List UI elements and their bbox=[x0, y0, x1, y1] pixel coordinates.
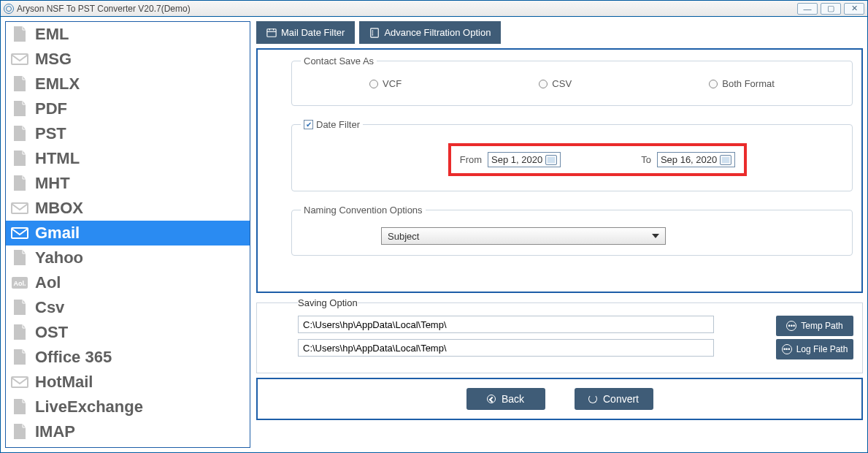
sidebar-item-html[interactable]: HTML bbox=[6, 146, 250, 171]
to-date-input[interactable]: Sep 16, 2020 bbox=[657, 152, 735, 167]
sidebar-item-yahoo[interactable]: Yahoo bbox=[6, 245, 250, 270]
tab-mail-date-filter[interactable]: Mail Date Filter bbox=[256, 21, 355, 44]
exchange-icon bbox=[10, 398, 29, 416]
yahoo-icon bbox=[10, 249, 29, 267]
imap-icon bbox=[10, 423, 29, 441]
radio-icon bbox=[709, 80, 718, 88]
radio-vcf[interactable]: VCF bbox=[369, 78, 402, 89]
tab-strip: Mail Date Filter Advance Filtration Opti… bbox=[256, 21, 863, 44]
sidebar-item-pst[interactable]: PST bbox=[6, 121, 250, 146]
envelope-icon bbox=[10, 50, 29, 68]
svg-rect-1 bbox=[12, 203, 28, 213]
from-date-input[interactable]: Sep 1, 2020 bbox=[488, 152, 561, 167]
to-label: To bbox=[641, 154, 651, 165]
saving-option-legend: Saving Option bbox=[298, 297, 358, 308]
aol-icon: Aol. bbox=[10, 274, 29, 292]
sidebar-item-liveexchange[interactable]: LiveExchange bbox=[6, 395, 250, 419]
sidebar-item-label: MBOX bbox=[35, 199, 83, 218]
convert-icon bbox=[588, 395, 597, 403]
gmail-icon bbox=[10, 224, 29, 242]
log-file-path-button-label: Log File Path bbox=[796, 344, 848, 354]
ellipsis-icon: ••• bbox=[782, 344, 792, 354]
svg-rect-10 bbox=[371, 28, 379, 37]
svg-rect-0 bbox=[12, 54, 28, 64]
file-html-icon bbox=[10, 150, 29, 167]
sidebar-item-msg[interactable]: MSG bbox=[6, 47, 250, 72]
radio-csv[interactable]: CSV bbox=[539, 78, 572, 89]
bottom-button-bar: Back Convert bbox=[256, 378, 863, 420]
app-icon bbox=[4, 4, 14, 14]
titlebar: Aryson NSF To PST Converter V20.7(Demo) … bbox=[1, 1, 867, 17]
radio-label: Both Format bbox=[722, 78, 775, 89]
file-emlx-icon bbox=[10, 75, 29, 93]
format-sidebar: EMLMSGEMLXPDFPSTHTMLMHTMBOXGmailYahooAol… bbox=[5, 21, 250, 448]
sidebar-item-label: HotMail bbox=[35, 373, 93, 392]
log-file-path-button[interactable]: ••• Log File Path bbox=[776, 339, 853, 359]
file-eml-icon bbox=[10, 26, 29, 43]
sidebar-item-emlx[interactable]: EMLX bbox=[6, 72, 250, 96]
radio-icon bbox=[539, 80, 548, 88]
back-button[interactable]: Back bbox=[466, 388, 545, 410]
calendar-picker-icon[interactable] bbox=[545, 155, 557, 165]
radio-icon bbox=[369, 80, 378, 88]
naming-selected-value: Subject bbox=[388, 231, 419, 242]
sidebar-item-mht[interactable]: MHT bbox=[6, 171, 250, 196]
calendar-picker-icon[interactable] bbox=[720, 155, 731, 165]
sidebar-item-label: IMAP bbox=[35, 422, 75, 441]
svg-text:Aol.: Aol. bbox=[14, 280, 26, 287]
date-filter-legend: ✔ Date Filter bbox=[301, 119, 363, 130]
sidebar-item-label: HTML bbox=[35, 149, 80, 168]
filter-panel: Contact Save As VCF CSV Both Format bbox=[256, 48, 863, 293]
date-range-highlight: From Sep 1, 2020 To Sep 16, 2020 bbox=[448, 143, 748, 176]
sidebar-item-pdf[interactable]: PDF bbox=[6, 96, 250, 121]
sidebar-item-label: Gmail bbox=[35, 224, 80, 243]
main-area: EMLMSGEMLXPDFPSTHTMLMHTMBOXGmailYahooAol… bbox=[1, 17, 867, 452]
hotmail-icon bbox=[10, 373, 29, 391]
sidebar-item-label: EMLX bbox=[35, 75, 80, 94]
tab-advance-filtration[interactable]: Advance Filtration Option bbox=[359, 21, 501, 44]
tab-label: Mail Date Filter bbox=[281, 27, 345, 38]
convert-button[interactable]: Convert bbox=[575, 388, 653, 410]
sidebar-item-mbox[interactable]: MBOX bbox=[6, 196, 250, 221]
sidebar-item-label: EML bbox=[35, 25, 69, 44]
sidebar-item-aol[interactable]: Aol.Aol bbox=[6, 270, 250, 295]
svg-rect-5 bbox=[12, 377, 28, 387]
log-file-path-input[interactable] bbox=[298, 339, 714, 357]
temp-path-button[interactable]: ••• Temp Path bbox=[776, 316, 853, 336]
convert-button-label: Convert bbox=[603, 393, 639, 405]
sidebar-item-csv[interactable]: Csv bbox=[6, 295, 250, 320]
svg-rect-2 bbox=[12, 228, 28, 238]
sidebar-item-label: Yahoo bbox=[35, 248, 83, 267]
sidebar-item-label: LiveExchange bbox=[35, 397, 143, 416]
temp-path-button-label: Temp Path bbox=[801, 321, 842, 331]
date-filter-group: ✔ Date Filter From Sep 1, 2020 bbox=[291, 119, 853, 191]
svg-point-13 bbox=[372, 34, 374, 35]
file-ost-icon bbox=[10, 324, 29, 341]
radio-both-format[interactable]: Both Format bbox=[709, 78, 775, 89]
date-filter-checkbox[interactable]: ✔ bbox=[304, 120, 313, 129]
sidebar-item-label: Csv bbox=[35, 298, 64, 317]
minimize-button[interactable]: — bbox=[797, 3, 818, 15]
mailbox-icon bbox=[10, 199, 29, 217]
contact-save-as-legend: Contact Save As bbox=[301, 56, 377, 66]
naming-convention-select[interactable]: Subject bbox=[381, 227, 666, 245]
sidebar-item-hotmail[interactable]: HotMail bbox=[6, 370, 250, 395]
file-pdf-icon bbox=[10, 100, 29, 118]
radio-label: VCF bbox=[383, 78, 402, 89]
sidebar-item-ost[interactable]: OST bbox=[6, 320, 250, 345]
chevron-down-icon bbox=[652, 234, 659, 238]
tab-label: Advance Filtration Option bbox=[384, 27, 491, 38]
sidebar-item-office-365[interactable]: Office 365 bbox=[6, 345, 250, 370]
close-button[interactable]: ✕ bbox=[844, 3, 864, 15]
file-csv-icon bbox=[10, 299, 29, 316]
back-button-label: Back bbox=[502, 393, 524, 405]
saving-option-group: Saving Option ••• Temp Path ••• Log File… bbox=[256, 297, 863, 373]
temp-path-input[interactable] bbox=[298, 316, 714, 333]
ellipsis-icon: ••• bbox=[786, 321, 796, 331]
sidebar-item-gmail[interactable]: Gmail bbox=[6, 221, 250, 245]
sidebar-item-eml[interactable]: EML bbox=[6, 22, 250, 47]
contact-save-as-group: Contact Save As VCF CSV Both Format bbox=[291, 56, 853, 106]
filter-icon bbox=[369, 28, 380, 38]
sidebar-item-imap[interactable]: IMAP bbox=[6, 419, 250, 444]
maximize-button[interactable]: ▢ bbox=[821, 3, 841, 15]
